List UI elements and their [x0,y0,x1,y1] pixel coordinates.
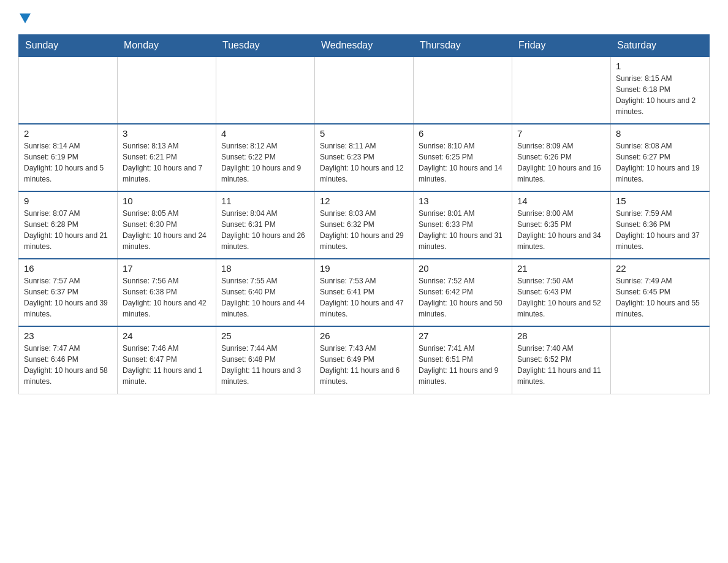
day-info: Sunrise: 7:50 AM Sunset: 6:43 PM Dayligh… [517,275,605,320]
day-info: Sunrise: 7:47 AM Sunset: 6:46 PM Dayligh… [24,343,112,387]
calendar-cell: 2Sunrise: 8:14 AM Sunset: 6:19 PM Daylig… [19,124,118,191]
day-info: Sunrise: 8:08 AM Sunset: 6:27 PM Dayligh… [616,140,704,185]
day-info: Sunrise: 7:53 AM Sunset: 6:41 PM Dayligh… [320,275,408,320]
calendar-week-row: 23Sunrise: 7:47 AM Sunset: 6:46 PM Dayli… [19,326,710,394]
calendar-cell: 15Sunrise: 7:59 AM Sunset: 6:36 PM Dayli… [611,191,710,259]
day-info: Sunrise: 7:43 AM Sunset: 6:49 PM Dayligh… [320,343,408,387]
calendar-cell: 23Sunrise: 7:47 AM Sunset: 6:46 PM Dayli… [19,326,118,394]
day-number: 15 [616,196,704,206]
calendar-cell: 20Sunrise: 7:52 AM Sunset: 6:42 PM Dayli… [414,259,512,326]
day-info: Sunrise: 7:59 AM Sunset: 6:36 PM Dayligh… [616,208,704,252]
calendar-cell: 24Sunrise: 7:46 AM Sunset: 6:47 PM Dayli… [118,326,216,394]
calendar-cell: 14Sunrise: 8:00 AM Sunset: 6:35 PM Dayli… [512,191,611,259]
day-number: 10 [123,196,211,206]
day-number: 25 [221,331,309,341]
day-number: 21 [517,263,605,274]
day-info: Sunrise: 7:41 AM Sunset: 6:51 PM Dayligh… [419,343,507,387]
calendar-cell: 26Sunrise: 7:43 AM Sunset: 6:49 PM Dayli… [315,326,414,394]
calendar-cell: 16Sunrise: 7:57 AM Sunset: 6:37 PM Dayli… [19,259,118,326]
calendar-cell: 18Sunrise: 7:55 AM Sunset: 6:40 PM Dayli… [216,259,315,326]
calendar-cell: 9Sunrise: 8:07 AM Sunset: 6:28 PM Daylig… [19,191,118,259]
day-info: Sunrise: 8:12 AM Sunset: 6:22 PM Dayligh… [221,140,309,185]
weekday-header-monday: Monday [118,35,216,57]
logo-triangle-icon [20,13,31,27]
day-info: Sunrise: 8:07 AM Sunset: 6:28 PM Dayligh… [24,208,112,252]
day-number: 4 [221,128,309,139]
day-number: 6 [419,128,507,139]
day-info: Sunrise: 8:13 AM Sunset: 6:21 PM Dayligh… [123,140,211,185]
calendar-cell [118,56,216,124]
day-info: Sunrise: 8:10 AM Sunset: 6:25 PM Dayligh… [419,140,507,185]
day-number: 9 [24,196,112,206]
calendar-header-row: SundayMondayTuesdayWednesdayThursdayFrid… [19,35,710,57]
weekday-header-sunday: Sunday [19,35,118,57]
day-number: 5 [320,128,408,139]
calendar-cell: 10Sunrise: 8:05 AM Sunset: 6:30 PM Dayli… [118,191,216,259]
calendar-week-row: 16Sunrise: 7:57 AM Sunset: 6:37 PM Dayli… [19,259,710,326]
weekday-header-tuesday: Tuesday [216,35,315,57]
day-number: 11 [221,196,309,206]
day-number: 14 [517,196,605,206]
weekday-header-wednesday: Wednesday [315,35,414,57]
calendar-cell: 13Sunrise: 8:01 AM Sunset: 6:33 PM Dayli… [414,191,512,259]
calendar-cell [611,326,710,394]
day-number: 19 [320,263,408,274]
calendar-cell: 1Sunrise: 8:15 AM Sunset: 6:18 PM Daylig… [611,56,710,124]
calendar-cell [216,56,315,124]
day-number: 24 [123,331,211,341]
day-info: Sunrise: 7:46 AM Sunset: 6:47 PM Dayligh… [123,343,211,387]
day-info: Sunrise: 7:57 AM Sunset: 6:37 PM Dayligh… [24,275,112,320]
svg-marker-0 [20,13,31,23]
calendar-cell: 4Sunrise: 8:12 AM Sunset: 6:22 PM Daylig… [216,124,315,191]
day-info: Sunrise: 7:56 AM Sunset: 6:38 PM Dayligh… [123,275,211,320]
weekday-header-thursday: Thursday [414,35,512,57]
day-number: 23 [24,331,112,341]
day-info: Sunrise: 8:01 AM Sunset: 6:33 PM Dayligh… [419,208,507,252]
calendar-cell: 19Sunrise: 7:53 AM Sunset: 6:41 PM Dayli… [315,259,414,326]
calendar-cell: 25Sunrise: 7:44 AM Sunset: 6:48 PM Dayli… [216,326,315,394]
day-info: Sunrise: 8:14 AM Sunset: 6:19 PM Dayligh… [24,140,112,185]
day-info: Sunrise: 8:15 AM Sunset: 6:18 PM Dayligh… [616,73,704,117]
calendar-cell: 5Sunrise: 8:11 AM Sunset: 6:23 PM Daylig… [315,124,414,191]
calendar-cell: 27Sunrise: 7:41 AM Sunset: 6:51 PM Dayli… [414,326,512,394]
day-info: Sunrise: 8:04 AM Sunset: 6:31 PM Dayligh… [221,208,309,252]
day-number: 27 [419,331,507,341]
calendar-cell: 3Sunrise: 8:13 AM Sunset: 6:21 PM Daylig… [118,124,216,191]
calendar-table: SundayMondayTuesdayWednesdayThursdayFrid… [18,34,710,394]
calendar-cell [19,56,118,124]
day-info: Sunrise: 7:44 AM Sunset: 6:48 PM Dayligh… [221,343,309,387]
day-number: 8 [616,128,704,139]
logo [18,12,31,25]
calendar-week-row: 1Sunrise: 8:15 AM Sunset: 6:18 PM Daylig… [19,56,710,124]
day-number: 12 [320,196,408,206]
calendar-cell: 22Sunrise: 7:49 AM Sunset: 6:45 PM Dayli… [611,259,710,326]
day-info: Sunrise: 8:11 AM Sunset: 6:23 PM Dayligh… [320,140,408,185]
calendar-cell: 17Sunrise: 7:56 AM Sunset: 6:38 PM Dayli… [118,259,216,326]
day-info: Sunrise: 8:00 AM Sunset: 6:35 PM Dayligh… [517,208,605,252]
calendar-cell: 12Sunrise: 8:03 AM Sunset: 6:32 PM Dayli… [315,191,414,259]
day-number: 22 [616,263,704,274]
day-info: Sunrise: 8:05 AM Sunset: 6:30 PM Dayligh… [123,208,211,252]
calendar-cell: 21Sunrise: 7:50 AM Sunset: 6:43 PM Dayli… [512,259,611,326]
page-header [18,12,710,25]
calendar-cell: 28Sunrise: 7:40 AM Sunset: 6:52 PM Dayli… [512,326,611,394]
weekday-header-saturday: Saturday [611,35,710,57]
day-number: 13 [419,196,507,206]
day-number: 2 [24,128,112,139]
day-number: 7 [517,128,605,139]
calendar-cell: 11Sunrise: 8:04 AM Sunset: 6:31 PM Dayli… [216,191,315,259]
day-number: 3 [123,128,211,139]
calendar-cell [512,56,611,124]
day-info: Sunrise: 7:40 AM Sunset: 6:52 PM Dayligh… [517,343,605,387]
day-info: Sunrise: 7:55 AM Sunset: 6:40 PM Dayligh… [221,275,309,320]
calendar-cell [414,56,512,124]
day-number: 28 [517,331,605,341]
calendar-week-row: 2Sunrise: 8:14 AM Sunset: 6:19 PM Daylig… [19,124,710,191]
calendar-cell [315,56,414,124]
day-number: 17 [123,263,211,274]
calendar-week-row: 9Sunrise: 8:07 AM Sunset: 6:28 PM Daylig… [19,191,710,259]
day-info: Sunrise: 7:49 AM Sunset: 6:45 PM Dayligh… [616,275,704,320]
day-info: Sunrise: 8:03 AM Sunset: 6:32 PM Dayligh… [320,208,408,252]
day-info: Sunrise: 8:09 AM Sunset: 6:26 PM Dayligh… [517,140,605,185]
day-number: 26 [320,331,408,341]
